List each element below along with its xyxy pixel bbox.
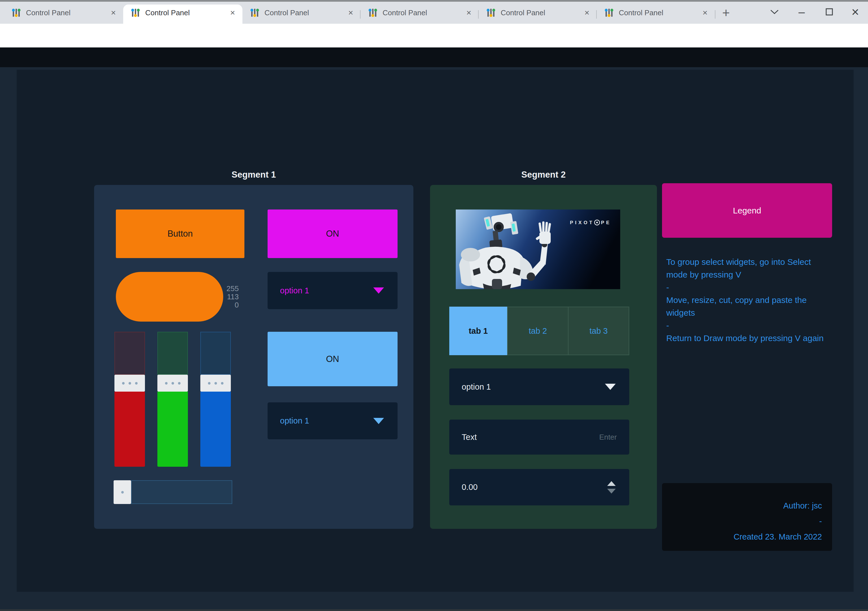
dropdown-blue[interactable]: option 1 [268,402,398,439]
author-line: Author: jsc [783,498,822,514]
chevron-down-icon [373,418,384,424]
tab-title: Control Panel [383,8,453,17]
browser-address-row: ← → Not secure 172.28.96.1:16211/#edit-d… [0,24,868,48]
number-stepper[interactable] [607,481,616,493]
toggle-button-magenta[interactable]: ON [268,209,398,258]
blue-slider-track[interactable] [200,332,231,375]
tab-separator [715,10,715,19]
tab-separator [360,10,361,19]
blue-slider-fill [200,391,231,467]
tab-title: Control Panel [145,8,216,17]
red-slider-handle[interactable] [115,375,145,391]
dropdown-white[interactable]: option 1 [449,368,629,405]
chevron-down-icon [373,288,384,294]
help-line: - [666,281,826,294]
browser-tab[interactable]: Control Panel × [4,2,123,24]
push-button[interactable]: Button [116,209,244,258]
created-line: Created 23. March 2022 [733,529,822,544]
rgb-b-value: 0 [207,301,239,309]
tab-title: Control Panel [501,8,571,17]
green-slider-track[interactable] [157,332,188,375]
sliders-favicon-icon [368,8,378,17]
tab-2[interactable]: tab 2 [507,306,569,355]
close-window-button[interactable]: × [845,2,865,22]
legend-header: Legend [662,183,832,238]
help-line: - [666,319,826,332]
text-input[interactable]: Text Enter [449,419,629,455]
segment1-title: Segment 1 [94,169,413,181]
rgb-g-value: 113 [207,293,239,301]
tab-title: Control Panel [619,8,690,17]
minimize-button[interactable]: – [792,2,812,22]
tab-3[interactable]: tab 3 [569,306,629,355]
separator-line: - [819,514,822,529]
app-toolbar: Read: Write: [0,48,868,67]
blue-slider-handle[interactable] [200,375,231,391]
new-tab-button[interactable]: + [722,5,730,20]
chevron-down-icon[interactable] [764,2,784,22]
credits-box: Author: jsc - Created 23. March 2022 [662,483,832,551]
close-icon[interactable]: × [702,8,707,17]
tab-separator [596,10,597,19]
text-input-value: Text [462,433,477,442]
segment2-title: Segment 2 [430,169,657,181]
number-value: 0.00 [462,483,477,492]
dropdown-value: option 1 [280,416,309,425]
stepper-up-icon[interactable] [607,481,616,486]
close-icon[interactable]: × [111,8,116,17]
toggle-button-blue[interactable]: ON [268,332,398,386]
browser-tab[interactable]: Control Panel × [597,2,715,24]
svg-text:PIXOT: PIXOT [570,220,594,225]
green-slider-fill [157,391,188,467]
green-slider-handle[interactable] [157,375,188,391]
rgb-r-value: 255 [207,285,239,293]
browser-tab[interactable]: Control Panel × [242,2,361,24]
sliders-favicon-icon [486,8,496,17]
stepper-down-icon[interactable] [607,489,616,493]
sliders-favicon-icon [250,8,259,17]
taskbar-edge [0,609,868,611]
robot-image: PIXOT PE [456,209,620,289]
red-slider-fill [115,391,145,467]
svg-text:PE: PE [601,220,611,225]
tab-title: Control Panel [26,8,97,17]
red-slider-track[interactable] [115,332,145,375]
number-input[interactable]: 0.00 [449,469,629,506]
close-icon[interactable]: × [348,8,353,17]
tab-1[interactable]: tab 1 [449,306,507,355]
tab-title: Control Panel [265,8,335,17]
sliders-favicon-icon [11,8,21,17]
close-icon[interactable]: × [230,8,235,17]
pixotope-logo: PIXOT PE [570,220,611,225]
browser-tab-strip: Control Panel × Control Panel × Control … [0,2,868,24]
maximize-button[interactable] [819,2,839,22]
browser-tab[interactable]: Control Panel × [479,2,597,24]
legend-help-text: To group select widgets, go into Select … [666,255,826,345]
help-line: Move, resize, cut, copy and paste the wi… [666,294,826,319]
close-icon[interactable]: × [584,8,589,17]
sliders-favicon-icon [130,8,140,17]
text-input-placeholder: Enter [599,433,617,442]
dropdown-magenta[interactable]: option 1 [268,272,398,309]
dropdown-value: option 1 [462,382,491,391]
horizontal-slider-handle[interactable] [113,480,131,504]
browser-tab[interactable]: Control Panel × [361,2,479,24]
close-icon[interactable]: × [466,8,471,17]
help-line: To group select widgets, go into Select … [666,255,826,281]
help-line: Return to Draw mode by pressing V again [666,332,826,345]
browser-tab-active[interactable]: Control Panel × [123,2,242,24]
tab-separator [478,10,479,19]
sliders-favicon-icon [604,8,614,17]
dropdown-value: option 1 [280,286,309,295]
horizontal-slider-track[interactable] [131,480,232,504]
rgb-readout: 255 113 0 [207,285,239,309]
chevron-down-icon [605,384,616,390]
